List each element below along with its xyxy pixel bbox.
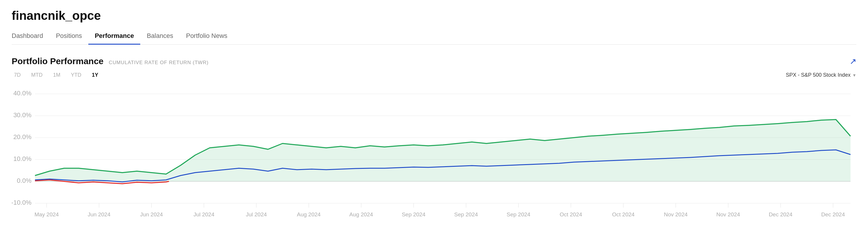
svg-text:Jun 2024: Jun 2024	[140, 211, 163, 218]
time-range-group: 7D MTD 1M YTD 1Y	[12, 71, 101, 79]
svg-text:Sep 2024: Sep 2024	[507, 211, 530, 218]
svg-text:Dec 2024: Dec 2024	[769, 211, 793, 218]
svg-text:40.0%: 40.0%	[13, 90, 31, 97]
tab-balances[interactable]: Balances	[140, 29, 180, 44]
chart-header: Portfolio Performance CUMULATIVE RATE OF…	[12, 56, 856, 66]
svg-text:Jul 2024: Jul 2024	[193, 211, 214, 218]
svg-text:Nov 2024: Nov 2024	[664, 211, 687, 218]
benchmark-label: SPX - S&P 500 Stock Index	[786, 72, 850, 78]
time-btn-ytd[interactable]: YTD	[68, 71, 84, 79]
tab-performance[interactable]: Performance	[88, 29, 141, 44]
benchmark-selector[interactable]: SPX - S&P 500 Stock Index ▼	[786, 72, 856, 78]
svg-text:Sep 2024: Sep 2024	[402, 211, 425, 218]
chart-title-group: Portfolio Performance CUMULATIVE RATE OF…	[12, 56, 209, 66]
svg-text:Aug 2024: Aug 2024	[349, 211, 373, 218]
svg-text:Aug 2024: Aug 2024	[297, 211, 320, 218]
time-btn-mtd[interactable]: MTD	[29, 71, 45, 79]
svg-text:20.0%: 20.0%	[13, 133, 31, 141]
svg-text:30.0%: 30.0%	[13, 112, 31, 119]
svg-text:10.0%: 10.0%	[13, 155, 31, 162]
svg-text:Oct 2024: Oct 2024	[612, 211, 634, 218]
chevron-down-icon: ▼	[852, 73, 856, 77]
external-link-icon[interactable]: ↗	[849, 57, 856, 66]
chart-area: 40.0% 30.0% 20.0% 10.0% 0.0% -10.0%	[12, 82, 856, 222]
chart-title: Portfolio Performance	[12, 56, 103, 66]
tab-positions[interactable]: Positions	[50, 29, 88, 44]
page-wrapper: financnik_opce Dashboard Positions Perfo…	[0, 0, 868, 234]
svg-text:May 2024: May 2024	[34, 211, 59, 218]
chart-controls: 7D MTD 1M YTD 1Y SPX - S&P 500 Stock Ind…	[12, 71, 856, 79]
svg-text:Jul 2024: Jul 2024	[246, 211, 267, 218]
svg-text:-10.0%: -10.0%	[12, 199, 31, 206]
time-btn-7d[interactable]: 7D	[12, 71, 23, 79]
svg-text:Oct 2024: Oct 2024	[560, 211, 582, 218]
svg-text:Sep 2024: Sep 2024	[454, 211, 478, 218]
svg-text:Nov 2024: Nov 2024	[716, 211, 740, 218]
svg-text:0.0%: 0.0%	[17, 177, 31, 184]
page-title: financnik_opce	[12, 9, 856, 23]
performance-chart: 40.0% 30.0% 20.0% 10.0% 0.0% -10.0%	[12, 82, 856, 222]
time-btn-1y[interactable]: 1Y	[90, 71, 101, 79]
nav-tabs: Dashboard Positions Performance Balances…	[12, 29, 856, 44]
tab-portfolio-news[interactable]: Portfolio News	[180, 29, 234, 44]
svg-text:Jun 2024: Jun 2024	[88, 211, 111, 218]
svg-text:Dec 2024: Dec 2024	[821, 211, 845, 218]
tab-dashboard[interactable]: Dashboard	[12, 29, 50, 44]
chart-subtitle: CUMULATIVE RATE OF RETURN (TWR)	[109, 60, 209, 66]
chart-section: Portfolio Performance CUMULATIVE RATE OF…	[12, 53, 856, 225]
time-btn-1m[interactable]: 1M	[51, 71, 63, 79]
